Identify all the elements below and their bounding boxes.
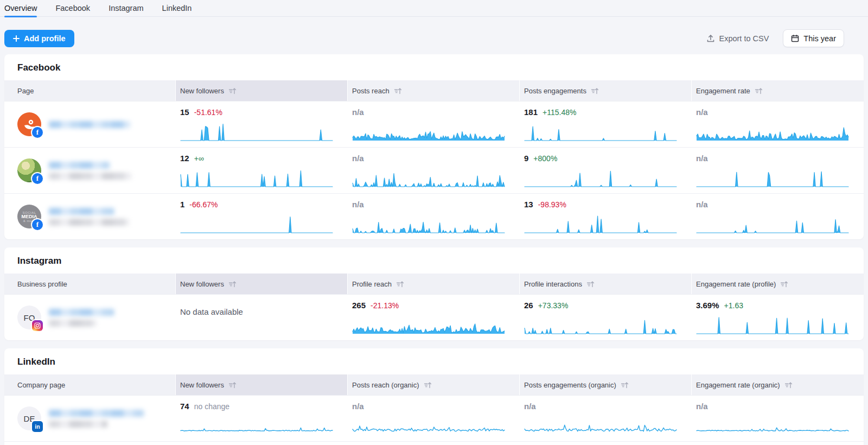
section-title: LinkedIn: [4, 348, 864, 374]
sort-icon[interactable]: [424, 382, 432, 389]
metric-delta: -51.61%: [194, 108, 222, 117]
profile-cell[interactable]: FO: [4, 295, 176, 340]
profile-cell[interactable]: SOCIALMEDIA& moref: [4, 194, 176, 239]
sparkline-chart: [180, 121, 333, 142]
sort-icon[interactable]: [591, 87, 599, 94]
metric-delta: -21.13%: [371, 301, 399, 310]
calendar-icon: [791, 34, 799, 42]
sort-icon[interactable]: [586, 281, 595, 288]
blurred-profile-name: [49, 410, 144, 428]
column-header-engagement-rate-profile[interactable]: Engagement rate (profile): [692, 274, 864, 294]
metric-value-line: n/a: [352, 200, 502, 211]
column-header-new-followers[interactable]: New followers: [176, 274, 348, 294]
tab-facebook[interactable]: Facebook: [55, 0, 90, 17]
column-header-engagement-rate[interactable]: Engagement rate: [692, 80, 864, 101]
column-header-new-followers[interactable]: New followers: [176, 374, 348, 395]
metric-cell: 9+800%: [520, 148, 692, 193]
metric-value-line: 13-98.93%: [524, 200, 674, 211]
table-row: DEin 74no change n/a n/a n/a: [4, 395, 864, 441]
metric-delta: +1.63: [724, 301, 743, 310]
table-row: f 12+∞ n/a 9+800% n/a: [4, 147, 864, 193]
date-range-button[interactable]: This year: [783, 29, 844, 47]
sort-icon[interactable]: [784, 382, 793, 389]
metric-cell: n/a: [520, 442, 692, 445]
metric-cell: 1-66.67%: [176, 194, 348, 239]
column-header-label: Engagement rate: [696, 87, 750, 95]
column-header-posts-engagements-organic[interactable]: Posts engagements (organic): [520, 374, 692, 395]
metric-cell: 74no change: [176, 396, 348, 441]
column-header-posts-reach-organic[interactable]: Posts reach (organic): [348, 374, 520, 395]
avatar: f: [17, 112, 41, 136]
facebook-badge-icon: f: [32, 219, 43, 230]
date-range-label: This year: [803, 34, 836, 43]
metric-cell: n/a: [348, 148, 520, 193]
sort-icon[interactable]: [228, 382, 237, 389]
tab-instagram[interactable]: Instagram: [108, 0, 143, 17]
column-header-label: New followers: [180, 381, 224, 389]
metric-value-line: 181+115.48%: [524, 107, 674, 118]
column-header-posts-engagements[interactable]: Posts engagements: [520, 80, 692, 101]
column-header-engagement-rate-organic[interactable]: Engagement rate (organic): [692, 374, 864, 395]
column-header-profile-reach[interactable]: Profile reach: [348, 274, 520, 294]
blurred-profile-name: [49, 309, 114, 327]
metric-value-line: 15-51.61%: [180, 107, 330, 118]
metric-value: 1: [180, 200, 184, 209]
tab-overview[interactable]: Overview: [4, 0, 37, 17]
tab-linkedin[interactable]: LinkedIn: [162, 0, 192, 17]
top-tab-bar: OverviewFacebookInstagramLinkedIn: [0, 0, 868, 17]
sparkline-chart: [524, 415, 677, 436]
metric-value-line: n/a: [696, 200, 846, 211]
sort-icon[interactable]: [755, 87, 763, 94]
metric-value: 3.69%: [696, 301, 719, 310]
facebook-badge-icon: f: [32, 127, 43, 138]
metric-value-line: 12+∞: [180, 154, 330, 164]
profile-cell[interactable]: DEin: [4, 396, 176, 441]
metric-value: 12: [180, 154, 189, 163]
column-header-label: Posts reach (organic): [352, 381, 419, 389]
sort-icon[interactable]: [396, 281, 404, 288]
sort-icon[interactable]: [228, 87, 237, 94]
sort-icon[interactable]: [394, 87, 402, 94]
sparkline-chart: [524, 121, 677, 142]
metric-cell: 13-98.93%: [520, 194, 692, 239]
export-csv-button[interactable]: Export to CSV: [706, 34, 769, 43]
profile-cell[interactable]: OPin: [4, 442, 176, 445]
column-header-label: Page: [17, 87, 34, 95]
metric-value-line: n/a: [352, 154, 502, 164]
column-header-label: Business profile: [17, 280, 67, 288]
metric-delta: +∞: [194, 154, 204, 163]
section-title: Instagram: [4, 247, 864, 274]
metric-cell: 265-21.13%: [348, 295, 520, 340]
sort-icon[interactable]: [621, 382, 629, 389]
metric-cell: n/a: [348, 101, 520, 147]
sparkline-chart: [352, 314, 505, 335]
redacted-text-line: [49, 320, 97, 327]
column-header-new-followers[interactable]: New followers: [176, 80, 348, 101]
table-header-row: Page New followers Posts reach Posts eng…: [4, 80, 864, 101]
column-header-profile-interactions[interactable]: Profile interactions: [520, 274, 692, 294]
table-row: SOCIALMEDIA& moref 1-66.67% n/a 13-98.93…: [4, 193, 864, 239]
sparkline-chart: [180, 167, 333, 188]
column-header-label: Company page: [17, 381, 65, 389]
sparkline-chart: [696, 167, 849, 188]
metric-value-line: 26+73.33%: [524, 301, 674, 312]
metric-value-line: 1-66.67%: [180, 200, 330, 211]
no-data-label: No data available: [180, 301, 330, 316]
add-profile-button[interactable]: Add profile: [4, 30, 74, 47]
column-header-posts-reach[interactable]: Posts reach: [348, 80, 520, 101]
instagram-badge-icon: [32, 320, 43, 331]
column-header-label: Profile reach: [352, 280, 392, 288]
sort-icon[interactable]: [780, 281, 788, 288]
metric-cell: n/a: [692, 101, 864, 147]
profile-cell[interactable]: f: [4, 148, 176, 193]
metric-cell: n/a: [520, 396, 692, 441]
metric-value: 15: [180, 107, 189, 117]
sort-icon[interactable]: [228, 281, 237, 288]
profile-cell[interactable]: f: [4, 101, 176, 147]
linkedin-badge-icon: in: [32, 421, 43, 432]
metric-value: 13: [524, 200, 533, 209]
metric-value-line: n/a: [696, 402, 846, 412]
metric-value-line: n/a: [696, 107, 846, 118]
metric-delta: no change: [194, 402, 229, 411]
redacted-text-line: [49, 309, 114, 316]
